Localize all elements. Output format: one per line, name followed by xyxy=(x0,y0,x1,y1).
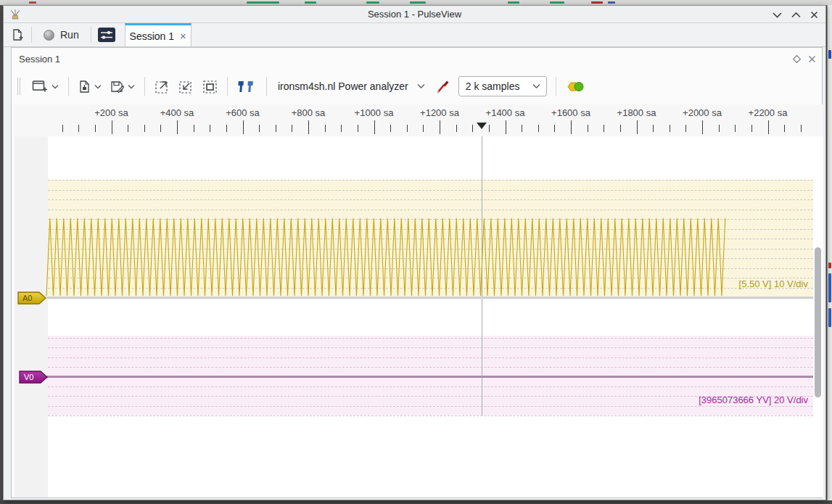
tab-session-1[interactable]: Session 1 × xyxy=(125,23,191,46)
background-window-right-sliver xyxy=(827,5,832,500)
open-file-icon xyxy=(78,80,91,94)
background-text-fragment xyxy=(608,1,615,4)
titlebar[interactable]: Session 1 - PulseView xyxy=(4,6,825,23)
channel-tag-v0[interactable]: V0 xyxy=(19,371,48,384)
session-panel-title: Session 1 xyxy=(19,54,60,65)
sample-count-value: 2 k samples xyxy=(466,80,520,92)
session-panel-header[interactable]: Session 1 xyxy=(12,48,822,70)
new-session-file-button[interactable] xyxy=(4,23,31,46)
chevron-down-icon[interactable] xyxy=(94,84,102,89)
background-window-top-sliver xyxy=(0,0,832,5)
toolbar-drag-handle[interactable] xyxy=(17,78,20,95)
svg-text:V0: V0 xyxy=(24,373,33,381)
decoders-button[interactable] xyxy=(233,77,261,96)
toolbar-separator xyxy=(144,77,145,96)
settings-sliders-icon xyxy=(97,27,116,43)
chevron-down-icon xyxy=(417,83,425,89)
open-file-button[interactable] xyxy=(74,77,106,96)
session-toolbar: ironsm4sh.nl Power analyzer 2 k samples xyxy=(12,70,822,103)
run-led-icon xyxy=(44,30,54,41)
toolbar-separator xyxy=(227,77,228,96)
session-panel: Session 1 xyxy=(11,47,823,498)
window-title: Session 1 - PulseView xyxy=(4,9,825,20)
background-text-fragment xyxy=(828,273,831,302)
zoom-in-button[interactable] xyxy=(150,76,174,97)
dock-float-button[interactable] xyxy=(793,53,801,66)
minimize-button[interactable] xyxy=(773,12,782,18)
run-button[interactable]: Run xyxy=(32,23,91,46)
channel-a0-value-label: [5.50 V] 10 V/div xyxy=(739,278,808,289)
channel-v0-value-label: [3965073666 YV] 20 V/div xyxy=(699,394,808,405)
background-text-fragment xyxy=(550,1,564,4)
vertical-scrollbar[interactable] xyxy=(815,247,821,397)
channel-tag-a0[interactable]: A0 xyxy=(17,292,46,305)
probes-icon xyxy=(237,80,257,94)
configure-channels-button[interactable] xyxy=(561,78,588,96)
save-file-icon xyxy=(110,80,124,94)
device-selector-value: ironsm4sh.nl Power analyzer xyxy=(278,80,408,92)
chevron-down-icon[interactable] xyxy=(52,84,59,89)
chevron-down-icon[interactable] xyxy=(128,84,135,89)
background-text-fragment xyxy=(410,1,426,4)
background-text-fragment xyxy=(591,1,603,4)
configure-device-button[interactable] xyxy=(431,75,454,97)
screwdriver-icon xyxy=(435,78,450,94)
background-text-fragment xyxy=(828,263,831,268)
background-text-fragment xyxy=(247,1,279,4)
a0-waveform xyxy=(46,218,725,296)
device-selector[interactable]: ironsm4sh.nl Power analyzer xyxy=(272,78,431,95)
background-window-bottom-sliver xyxy=(0,500,832,504)
toolbar-separator xyxy=(556,77,556,96)
toolbar-separator xyxy=(266,77,267,96)
zoom-out-icon xyxy=(178,79,194,94)
toolbar-separator xyxy=(68,77,69,96)
zoom-out-button[interactable] xyxy=(174,76,198,97)
application-toolbar: Run Session 1 × xyxy=(4,23,825,47)
new-file-icon xyxy=(11,28,24,42)
tab-label: Session 1 xyxy=(130,30,174,42)
pulseview-window: Session 1 - PulseView Run xyxy=(3,5,826,500)
new-session-button[interactable] xyxy=(28,77,63,96)
background-text-fragment xyxy=(366,1,379,4)
settings-button[interactable] xyxy=(91,23,122,46)
chevron-down-icon xyxy=(532,83,540,89)
trace-view[interactable]: +200 sa+400 sa+600 sa+800 sa+1000 sa+120… xyxy=(15,104,823,497)
dock-close-button[interactable] xyxy=(808,53,816,66)
tab-close-icon[interactable]: × xyxy=(180,30,186,41)
zoom-in-icon xyxy=(155,79,170,94)
sample-count-select[interactable]: 2 k samples xyxy=(458,76,547,96)
waveform-canvas xyxy=(15,104,823,497)
maximize-button[interactable] xyxy=(791,12,801,18)
background-text-fragment xyxy=(828,50,831,59)
run-button-label: Run xyxy=(60,29,79,41)
svg-text:A0: A0 xyxy=(22,294,32,302)
new-session-icon xyxy=(32,80,48,93)
zoom-fit-button[interactable] xyxy=(198,76,222,97)
background-text-fragment xyxy=(29,1,36,4)
channels-icon xyxy=(566,80,584,93)
save-file-button[interactable] xyxy=(106,77,139,96)
background-text-fragment xyxy=(305,1,316,4)
background-text-fragment xyxy=(508,1,519,4)
zoom-fit-icon xyxy=(202,79,218,94)
background-text-fragment xyxy=(828,308,831,327)
close-button[interactable] xyxy=(810,11,818,19)
